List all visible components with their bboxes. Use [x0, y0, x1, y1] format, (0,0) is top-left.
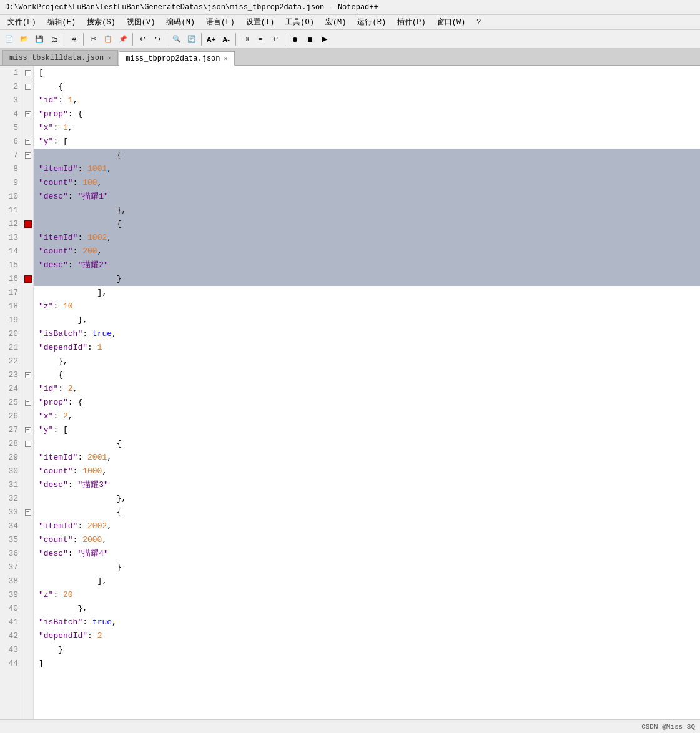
fold-marker-23[interactable]: −	[22, 368, 33, 382]
code-line-31[interactable]: "desc": "描耀3"	[34, 478, 700, 492]
menu-item-m[interactable]: 宏(M)	[320, 16, 352, 29]
code-line-5[interactable]: "x": 1,	[34, 121, 700, 135]
code-line-9[interactable]: "count": 100,	[34, 176, 700, 190]
code-content[interactable]: [ { "id": 1, "prop": { "x": 1, "y": [ { …	[34, 66, 700, 719]
code-line-12[interactable]: {	[34, 217, 700, 231]
fold-marker-10[interactable]	[22, 190, 33, 204]
code-line-4[interactable]: "prop": {	[34, 107, 700, 121]
fold-marker-17[interactable]	[22, 286, 33, 300]
code-line-25[interactable]: "prop": {	[34, 396, 700, 410]
fold-marker-20[interactable]	[22, 327, 33, 341]
toolbar-saveall[interactable]: 🗂	[47, 32, 61, 46]
menu-item-n[interactable]: 编码(N)	[161, 16, 200, 29]
fold-marker-21[interactable]	[22, 341, 33, 355]
fold-marker-28[interactable]: −	[22, 437, 33, 451]
fold-marker-38[interactable]	[22, 574, 33, 588]
fold-marker-9[interactable]	[22, 176, 33, 190]
fold-marker-31[interactable]	[22, 478, 33, 492]
fold-marker-18[interactable]	[22, 300, 33, 313]
code-line-34[interactable]: "itemId": 2002,	[34, 519, 700, 533]
code-line-33[interactable]: {	[34, 506, 700, 519]
code-line-23[interactable]: {	[34, 368, 700, 382]
menu-item-e[interactable]: 编辑(E)	[42, 16, 81, 29]
code-area[interactable]: 1234567891011121314151617181920212223242…	[0, 66, 700, 719]
code-line-40[interactable]: },	[34, 602, 700, 616]
fold-marker-39[interactable]	[22, 588, 33, 602]
code-line-24[interactable]: "id": 2,	[34, 382, 700, 396]
fold-marker-14[interactable]	[22, 245, 33, 258]
fold-marker-26[interactable]	[22, 410, 33, 423]
toolbar-indent[interactable]: ⇥	[239, 32, 252, 46]
fold-marker-24[interactable]	[22, 382, 33, 396]
menu-item-p[interactable]: 插件(P)	[392, 16, 431, 29]
fold-marker-13[interactable]	[22, 231, 33, 245]
fold-marker-32[interactable]	[22, 492, 33, 506]
code-line-7[interactable]: {	[34, 149, 700, 162]
code-line-13[interactable]: "itemId": 1002,	[34, 231, 700, 245]
fold-marker-41[interactable]	[22, 616, 33, 629]
toolbar-macro-play[interactable]: ▶	[318, 32, 332, 46]
fold-marker-15[interactable]	[22, 258, 33, 272]
fold-marker-19[interactable]	[22, 313, 33, 327]
toolbar-undo[interactable]: ↩	[136, 32, 149, 46]
menu-item-t[interactable]: 设置(T)	[241, 16, 280, 29]
code-line-42[interactable]: "dependId": 2	[34, 629, 700, 643]
code-line-18[interactable]: "z": 10	[34, 300, 700, 313]
code-line-14[interactable]: "count": 200,	[34, 245, 700, 258]
fold-marker-30[interactable]	[22, 465, 33, 478]
fold-marker-34[interactable]	[22, 519, 33, 533]
code-line-41[interactable]: "isBatch": true,	[34, 616, 700, 629]
menu-item-s[interactable]: 搜索(S)	[82, 16, 121, 29]
fold-marker-35[interactable]	[22, 533, 33, 547]
tab-1[interactable]: miss_tbprop2data.json✕	[119, 51, 234, 66]
toolbar-format[interactable]: ≡	[254, 32, 267, 46]
code-line-38[interactable]: ],	[34, 574, 700, 588]
fold-marker-3[interactable]	[22, 94, 33, 107]
toolbar-macro-record[interactable]: ⏺	[288, 32, 302, 46]
fold-marker-7[interactable]: −	[22, 149, 33, 162]
menu-item-o[interactable]: 工具(O)	[280, 16, 319, 29]
fold-marker-36[interactable]	[22, 547, 33, 561]
code-line-19[interactable]: },	[34, 313, 700, 327]
code-line-44[interactable]: ]	[34, 657, 700, 671]
code-line-10[interactable]: "desc": "描耀1"	[34, 190, 700, 204]
menu-item-l[interactable]: 语言(L)	[201, 16, 240, 29]
toolbar-open[interactable]: 📂	[17, 32, 31, 46]
fold-marker-42[interactable]	[22, 629, 33, 643]
code-line-6[interactable]: "y": [	[34, 135, 700, 149]
fold-marker-40[interactable]	[22, 602, 33, 616]
fold-marker-25[interactable]: −	[22, 396, 33, 410]
toolbar-save[interactable]: 💾	[32, 32, 46, 46]
toolbar-redo[interactable]: ↪	[150, 32, 164, 46]
code-line-26[interactable]: "x": 2,	[34, 410, 700, 423]
fold-marker-37[interactable]	[22, 561, 33, 574]
fold-marker-5[interactable]	[22, 121, 33, 135]
toolbar-print[interactable]: 🖨	[67, 32, 81, 46]
fold-marker-8[interactable]	[22, 162, 33, 176]
tab-0[interactable]: miss_tbskilldata.json✕	[2, 50, 118, 65]
menu-item-v[interactable]: 视图(V)	[122, 16, 160, 29]
fold-marker-6[interactable]: −	[22, 135, 33, 149]
fold-marker-29[interactable]	[22, 451, 33, 465]
code-line-35[interactable]: "count": 2000,	[34, 533, 700, 547]
menu-item-f[interactable]: 文件(F)	[2, 16, 41, 29]
code-line-22[interactable]: },	[34, 355, 700, 368]
toolbar-replace[interactable]: 🔄	[185, 32, 199, 46]
code-line-21[interactable]: "dependId": 1	[34, 341, 700, 355]
code-line-32[interactable]: },	[34, 492, 700, 506]
code-line-17[interactable]: ],	[34, 286, 700, 300]
fold-marker-27[interactable]: −	[22, 423, 33, 437]
code-line-15[interactable]: "desc": "描耀2"	[34, 258, 700, 272]
code-line-8[interactable]: "itemId": 1001,	[34, 162, 700, 176]
code-line-37[interactable]: }	[34, 561, 700, 574]
toolbar-cut[interactable]: ✂	[86, 32, 100, 46]
toolbar-new[interactable]: 📄	[2, 32, 16, 46]
fold-marker-44[interactable]	[22, 657, 33, 671]
toolbar-zoom-in[interactable]: A+	[204, 32, 218, 46]
code-line-30[interactable]: "count": 1000,	[34, 465, 700, 478]
code-line-11[interactable]: },	[34, 204, 700, 217]
fold-marker-11[interactable]	[22, 204, 33, 217]
code-line-27[interactable]: "y": [	[34, 423, 700, 437]
menu-item-[interactable]: ?	[471, 17, 486, 28]
code-line-2[interactable]: {	[34, 80, 700, 94]
